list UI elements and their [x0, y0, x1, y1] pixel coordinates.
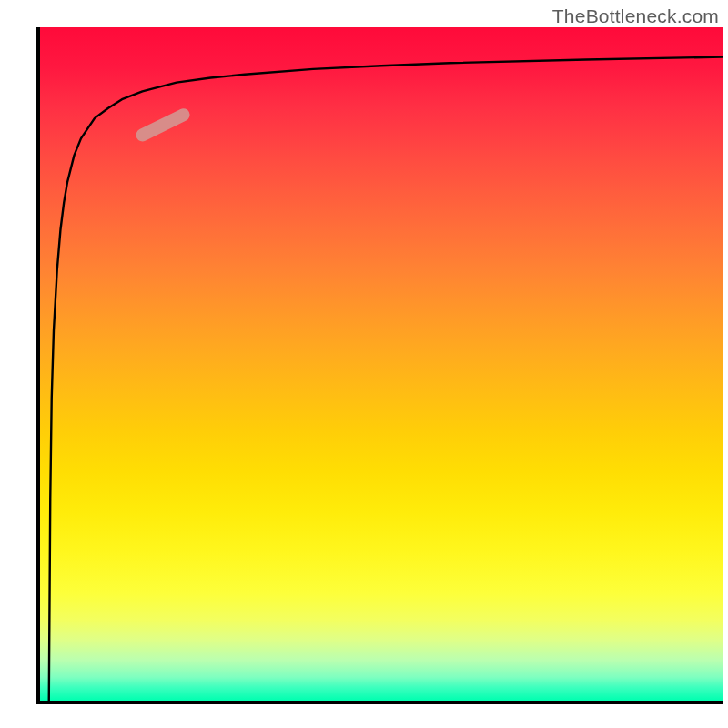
main-curve [49, 57, 723, 701]
chart-container: TheBottleneck.com [0, 0, 728, 728]
curve-svg [40, 27, 723, 701]
watermark-text: TheBottleneck.com [552, 5, 719, 27]
highlight-segment [143, 115, 184, 135]
plot-area [36, 27, 723, 704]
